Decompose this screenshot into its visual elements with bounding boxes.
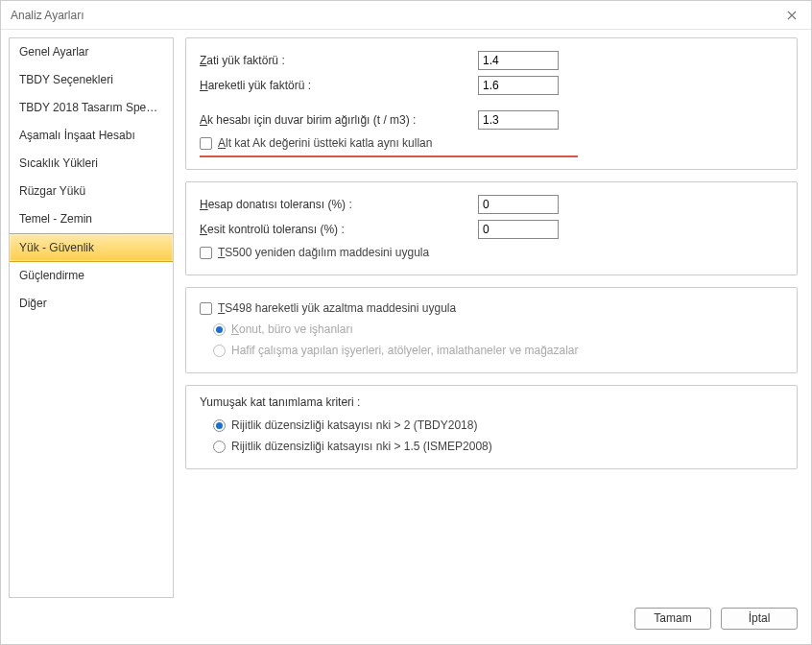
- input-zati[interactable]: [478, 51, 559, 70]
- group-ts498: TS498 hareketli yük azaltma maddesini uy…: [185, 287, 798, 373]
- input-hareketli[interactable]: [478, 76, 559, 95]
- close-icon[interactable]: [782, 6, 801, 25]
- label-hafif: Hafif çalışma yapılan işyerleri, atölyel…: [231, 344, 579, 357]
- label-hareketli: Hareketli yük faktörü :: [200, 79, 478, 92]
- sidebar-item-asamali[interactable]: Aşamalı İnşaat Hesabı: [10, 122, 173, 150]
- sidebar-item-guclendirme[interactable]: Güçlendirme: [10, 262, 173, 290]
- radio-konut: [213, 323, 226, 336]
- label-konut: Konut, büro ve işhanları: [231, 322, 353, 336]
- window-title: Analiz Ayarları: [11, 9, 782, 22]
- radio-ismep2008[interactable]: [213, 441, 226, 453]
- sidebar-item-tbdy-2018[interactable]: TBDY 2018 Tasarım Spekt...: [10, 94, 173, 122]
- content-panel: Zati yük faktörü : Hareketli yük faktörü…: [174, 37, 803, 598]
- sidebar-item-tbdy-secenek[interactable]: TBDY Seçenekleri: [10, 66, 173, 94]
- radio-tbdy2018[interactable]: [213, 419, 226, 432]
- label-ts500: TS500 yeniden dağılım maddesini uygula: [218, 246, 429, 259]
- label-zati: Zati yük faktörü :: [200, 54, 478, 67]
- sidebar-item-ruzgar[interactable]: Rüzgar Yükü: [10, 178, 173, 205]
- sidebar-item-genel[interactable]: Genel Ayarlar: [10, 38, 173, 66]
- footer: Tamam İptal: [1, 606, 811, 638]
- titlebar: Analiz Ayarları: [1, 1, 811, 30]
- checkbox-altkat[interactable]: [200, 137, 212, 150]
- label-ismep2008: Rijitlik düzensizliği katsayısı nki > 1.…: [231, 440, 492, 453]
- label-kesit-tolerans: Kesit kontrolü toleransı (%) :: [200, 223, 478, 236]
- checkbox-ts498[interactable]: [200, 302, 212, 315]
- group-tolerans: Hesap donatısı toleransı (%) : Kesit kon…: [185, 181, 798, 275]
- label-tbdy2018: Rijitlik düzensizliği katsayısı nki > 2 …: [231, 418, 477, 432]
- sidebar-item-yuk-guvenlik[interactable]: Yük - Güvenlik: [10, 233, 173, 262]
- label-ts498: TS498 hareketli yük azaltma maddesini uy…: [218, 301, 456, 315]
- label-yumusak-title: Yumuşak kat tanımlama kriteri :: [200, 395, 783, 409]
- input-ak[interactable]: [478, 110, 559, 130]
- label-hesap-tolerans: Hesap donatısı toleransı (%) :: [200, 198, 478, 211]
- checkbox-ts500[interactable]: [200, 247, 212, 259]
- group-yumusak-kat: Yumuşak kat tanımlama kriteri : Rijitlik…: [185, 385, 798, 469]
- group-load-factors: Zati yük faktörü : Hareketli yük faktörü…: [185, 37, 798, 170]
- ok-button[interactable]: Tamam: [634, 608, 711, 630]
- label-altkat: Alt kat Ak değerini üstteki katla aynı k…: [218, 136, 432, 150]
- radio-hafif: [213, 345, 226, 357]
- sidebar-item-temel[interactable]: Temel - Zemin: [10, 205, 173, 233]
- input-hesap-tolerans[interactable]: [478, 195, 559, 214]
- input-kesit-tolerans[interactable]: [478, 220, 559, 239]
- cancel-button[interactable]: İptal: [721, 608, 798, 630]
- sidebar-item-diger[interactable]: Diğer: [10, 290, 173, 318]
- checkbox-ts498-row[interactable]: TS498 hareketli yük azaltma maddesini uy…: [200, 298, 783, 319]
- sidebar: Genel Ayarlar TBDY Seçenekleri TBDY 2018…: [9, 37, 174, 598]
- red-underline-indicator: [200, 155, 578, 157]
- checkbox-ts500-row[interactable]: TS500 yeniden dağılım maddesini uygula: [200, 242, 783, 263]
- checkbox-altkat-row[interactable]: Alt kat Ak değerini üstteki katla aynı k…: [200, 132, 783, 154]
- label-ak: Ak hesabı için duvar birim ağırlığı (t /…: [200, 113, 478, 127]
- sidebar-item-sicaklik[interactable]: Sıcaklık Yükleri: [10, 150, 173, 178]
